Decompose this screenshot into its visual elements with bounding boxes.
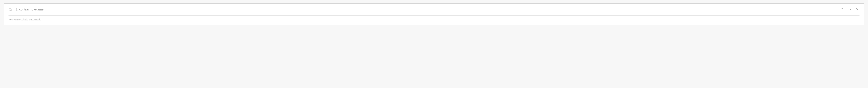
search-row — [4, 4, 864, 15]
arrow-down-icon — [848, 7, 851, 12]
find-in-exam-panel: Nenhum resultado encontrado — [4, 3, 864, 25]
previous-result-button[interactable] — [840, 7, 844, 12]
close-icon — [856, 8, 859, 12]
search-icon — [8, 8, 12, 12]
arrow-up-icon — [840, 7, 844, 12]
next-result-button[interactable] — [847, 7, 852, 12]
no-results-text: Nenhum resultado encontrado — [8, 18, 41, 21]
status-row: Nenhum resultado encontrado — [4, 16, 864, 25]
search-nav-buttons — [840, 7, 860, 12]
search-input[interactable] — [16, 8, 837, 12]
close-search-button[interactable] — [855, 7, 860, 12]
svg-line-1 — [11, 10, 12, 11]
